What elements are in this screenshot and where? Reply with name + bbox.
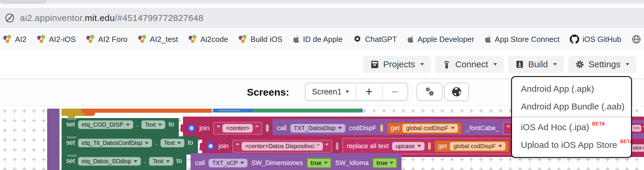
bookmark-app-store-connect[interactable]: App Store Connect bbox=[485, 35, 560, 44]
component-dropdown[interactable]: etq_Datos_SOdisp bbox=[78, 157, 141, 166]
no-tracking-globe-icon[interactable] bbox=[4, 12, 15, 24]
bookmark-ai2-foro[interactable]: AI2 Foro bbox=[86, 35, 128, 44]
chevron-down-icon bbox=[417, 145, 421, 147]
block-fragment bbox=[630, 133, 644, 139]
url-text[interactable]: ai2.appinventor.mit.edu/#451479977282764… bbox=[20, 13, 204, 23]
apple-icon bbox=[485, 35, 492, 43]
collapsed-blue-inset bbox=[218, 109, 241, 112]
bookmark-chatgpt[interactable]: ChatGPT bbox=[353, 35, 397, 44]
ai2-favicon bbox=[37, 35, 46, 44]
add-screen-button[interactable]: + bbox=[356, 83, 382, 100]
bookmark-ios-github[interactable]: iOS GitHub bbox=[570, 35, 621, 44]
build-icon bbox=[515, 60, 524, 69]
component-dropdown[interactable]: etq_Tit_DatosConfDisp bbox=[78, 139, 152, 147]
menu-item-ios-ipa[interactable]: iOS Ad Hoc (.ipa)BETA bbox=[512, 118, 631, 136]
connect-icon bbox=[442, 60, 451, 69]
chevron-down-icon bbox=[346, 91, 349, 93]
bookmark-id-de-apple[interactable]: ID de Apple bbox=[293, 35, 343, 44]
property-dropdown[interactable]: Text bbox=[161, 139, 185, 147]
get-variable-block[interactable]: get global codDispF bbox=[434, 140, 509, 152]
procedure-dropdown[interactable]: TXT_DatosDisp bbox=[290, 124, 345, 133]
connect-button[interactable]: Connect bbox=[435, 56, 504, 73]
projects-icon bbox=[370, 60, 379, 69]
property-dropdown[interactable]: Text bbox=[141, 120, 166, 129]
ai2-favicon bbox=[138, 35, 147, 44]
string-field[interactable]: <center>Datos Dispositivo: " bbox=[242, 142, 323, 151]
chevron-down-icon bbox=[553, 63, 557, 66]
collapsed-purple-block[interactable] bbox=[47, 109, 60, 170]
collapsed-green-block bbox=[253, 109, 361, 112]
bookmark-ai2code[interactable]: Ai2code bbox=[188, 35, 228, 44]
github-icon bbox=[570, 35, 579, 44]
bookmark-ai2-test[interactable]: AI2_test bbox=[138, 35, 178, 44]
browser-window: ai2.appinventor.mit.edu/#451479977282764… bbox=[0, 0, 644, 170]
chevron-down-icon bbox=[390, 162, 393, 164]
variable-dropdown[interactable]: global codDispF bbox=[450, 142, 505, 151]
text-string-block[interactable]: " <center>Datos Dispositivo: " " bbox=[232, 140, 332, 153]
block-row: set etq_Datos_SOdisp . Text to call TXT_… bbox=[62, 153, 402, 170]
procedure-dropdown[interactable]: TXT_vCP bbox=[209, 159, 247, 167]
remove-screen-button[interactable]: − bbox=[383, 83, 407, 100]
ai2-favicon bbox=[188, 35, 197, 44]
settings-button[interactable]: Settings bbox=[568, 56, 636, 73]
chevron-down-icon bbox=[451, 127, 455, 129]
mode-dropdown[interactable]: upcase bbox=[392, 142, 425, 151]
menu-item-android-aab[interactable]: Android App Bundle (.aab) bbox=[512, 98, 631, 115]
component-dropdown[interactable]: etq_COD_DISP bbox=[78, 120, 133, 129]
property-dropdown[interactable]: Text bbox=[149, 157, 173, 166]
beta-badge: BETA bbox=[592, 121, 605, 127]
set-block[interactable]: set etq_Datos_SOdisp . Text to bbox=[62, 155, 186, 170]
projects-button[interactable]: Projects bbox=[363, 56, 431, 73]
browser-tab[interactable] bbox=[0, 0, 47, 4]
variable-dropdown[interactable]: global codDispF bbox=[402, 124, 458, 133]
bookmark-build-ios[interactable]: Build iOS bbox=[238, 35, 282, 44]
ai2-favicon bbox=[86, 35, 95, 44]
chevron-down-icon bbox=[166, 160, 170, 163]
ai2-favicon bbox=[3, 35, 12, 44]
socket-nub bbox=[380, 125, 383, 132]
chevron-down-icon bbox=[493, 63, 497, 66]
chevron-down-icon bbox=[158, 124, 162, 126]
collapsed-blue-block[interactable] bbox=[213, 109, 363, 112]
set-block[interactable]: set etq_Tit_DatosConfDisp . Text to bbox=[62, 136, 198, 155]
chevron-down-icon bbox=[498, 145, 502, 147]
call-procedure-block[interactable]: call TXT_vCP SW_Dimensiones true SW_Idio… bbox=[191, 153, 402, 170]
set-block[interactable]: set etq_COD_DISP . Text to bbox=[62, 118, 179, 136]
bookmark-ai2[interactable]: AI2 bbox=[3, 35, 27, 44]
string-field[interactable]: <center> bbox=[222, 124, 253, 133]
menu-item-android-apk[interactable]: Android App (.apk) bbox=[512, 80, 631, 98]
app-toolbar: Projects Connect Build Settings bbox=[363, 55, 636, 73]
language-globe-button[interactable] bbox=[444, 83, 469, 101]
project-properties-button[interactable] bbox=[417, 83, 442, 101]
chevron-down-icon bbox=[134, 160, 137, 163]
chevron-down-icon bbox=[177, 142, 181, 144]
chatgpt-icon bbox=[353, 35, 362, 44]
chrome-gap bbox=[0, 4, 644, 8]
logic-true-block[interactable]: true bbox=[307, 158, 331, 168]
build-dropdown-menu: Android App (.apk) Android App Bundle (.… bbox=[511, 76, 632, 158]
bookmark-apple-developer[interactable]: Apple Developer bbox=[407, 35, 474, 44]
block-fragment: olor= bbox=[630, 139, 644, 157]
bookmark-pdfeditor[interactable]: PDFeditor bbox=[632, 35, 644, 44]
tab-strip bbox=[0, 0, 644, 4]
beta-badge: BETA bbox=[620, 139, 632, 144]
bookmark-ai2-ios[interactable]: AI2-iOS bbox=[37, 35, 76, 44]
address-bar[interactable]: ai2.appinventor.mit.edu/#451479977282764… bbox=[0, 8, 644, 28]
block-fragment bbox=[630, 120, 644, 123]
chevron-down-icon bbox=[338, 127, 342, 129]
socket-nub bbox=[428, 143, 431, 150]
collapsed-orange-block[interactable] bbox=[82, 109, 212, 113]
text-string-block[interactable]: " <center> " bbox=[213, 122, 262, 135]
bookmarks-bar: AI2 AI2-iOS AI2 Foro AI2_test Ai2code Bu… bbox=[0, 28, 644, 50]
build-button[interactable]: Build bbox=[508, 56, 564, 73]
get-variable-block[interactable]: get global codDispF bbox=[387, 122, 462, 134]
mutator-gear-icon[interactable] bbox=[188, 124, 196, 132]
screen-dropdown[interactable]: Screen1 bbox=[306, 83, 356, 100]
menu-item-upload-app-store[interactable]: Upload to iOS App StoreBETA bbox=[512, 136, 631, 154]
mutator-gear-icon[interactable] bbox=[207, 142, 215, 150]
gears-icon bbox=[423, 86, 436, 97]
chevron-down-icon bbox=[626, 63, 629, 66]
chevron-down-icon bbox=[240, 162, 244, 164]
screen-selector-group: Screen1 + − bbox=[305, 83, 408, 101]
logic-true-block[interactable]: true bbox=[372, 158, 397, 168]
